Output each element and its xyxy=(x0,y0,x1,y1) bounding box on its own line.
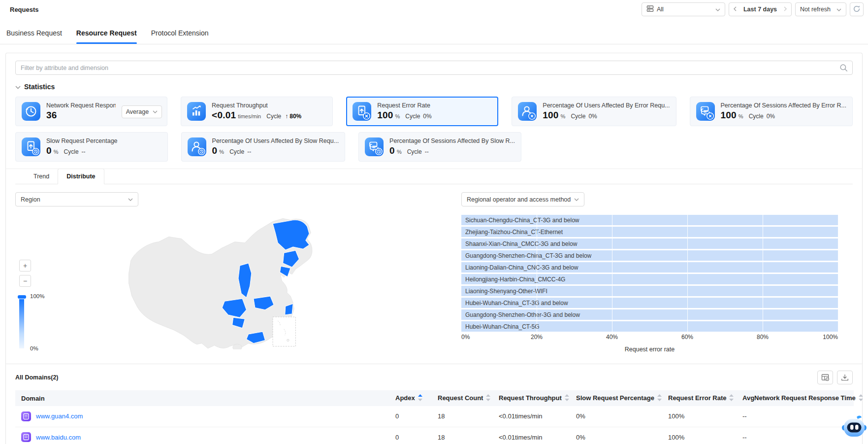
x-axis-label: Request error rate xyxy=(461,346,838,353)
col-request-throughput[interactable]: Request Throughput xyxy=(493,390,570,406)
stat-card-sessions-affected-by-slow[interactable]: Percentage Of Sessions Affected By Slow … xyxy=(358,132,521,162)
page-title: Requests xyxy=(10,6,39,13)
slow-request-icon xyxy=(22,137,40,156)
china-map-svg[interactable] xyxy=(120,212,339,349)
stat-card-value: 100 xyxy=(377,110,393,121)
domain-icon xyxy=(21,411,31,421)
col-request-count[interactable]: Request Count xyxy=(432,390,493,406)
stat-card-users-affected-by-error[interactable]: Percentage Of Users Affected By Error Re… xyxy=(512,97,676,126)
cycle-label: Cycle xyxy=(571,113,585,120)
trend-up-icon: ↑ xyxy=(285,113,288,120)
bar-row[interactable]: Hubei-Wuhan-China_CT-5G xyxy=(461,321,838,332)
refresh-button[interactable] xyxy=(850,2,864,16)
stat-cards-row-1: Network Request Response ... 36 Average … xyxy=(15,97,853,126)
download-icon xyxy=(841,374,849,381)
table-settings-button[interactable] xyxy=(817,371,833,384)
domains-title: All Domains(2) xyxy=(15,374,59,381)
cell-request-error-rate: 100% xyxy=(662,406,737,427)
sort-icon[interactable] xyxy=(565,394,569,403)
time-range-picker[interactable]: Last 7 days xyxy=(729,2,792,16)
chevron-down-icon xyxy=(574,198,579,201)
export-button[interactable] xyxy=(837,371,853,384)
bar-row[interactable]: Liaoning-Shenyang-Other-WIFI xyxy=(461,286,838,296)
map-zoom-in-button[interactable]: + xyxy=(19,260,31,272)
map-zoom-out-button[interactable]: − xyxy=(19,275,31,287)
stat-card-request-error-rate[interactable]: Request Error Rate 100 % Cycle 0% xyxy=(346,97,498,126)
search-icon[interactable] xyxy=(839,64,848,74)
aggregation-select[interactable]: Average xyxy=(122,105,162,118)
x-tick: 40% xyxy=(606,334,618,341)
throughput-chart-icon xyxy=(187,102,206,121)
cycle-value: 0% xyxy=(767,113,775,120)
cell-request-count: 18 xyxy=(432,427,493,444)
bar-row[interactable]: Shaanxi-Xian-China_CMCC-3G and below xyxy=(461,239,838,249)
bar-row[interactable]: Hubei-Wuhan-China_CT-3G and below xyxy=(461,298,838,308)
tab-distribute[interactable]: Distribute xyxy=(58,169,104,184)
bar-row[interactable]: Liaoning-Dalian-China_CNC-3G and below xyxy=(461,262,838,273)
stat-card-unit: times/min xyxy=(238,113,261,119)
stat-card-sessions-affected-by-error[interactable]: Percentage Of Sessions Affected By Error… xyxy=(690,97,853,126)
refresh-mode-select[interactable]: Not refresh xyxy=(795,2,846,16)
cycle-value: 0% xyxy=(423,113,431,120)
col-request-error-rate[interactable]: Request Error Rate xyxy=(662,390,737,406)
col-domain[interactable]: Domain xyxy=(15,390,389,406)
assistant-robot-button[interactable] xyxy=(841,414,867,438)
bar-row[interactable]: Heilongjiang-Harbin-China_CMCC-4G xyxy=(461,274,838,284)
stat-card-value: 100 xyxy=(721,110,737,121)
statistics-section-header[interactable]: Statistics xyxy=(15,82,853,91)
bar-row[interactable]: Guangdong-Shenzhen-Other-3G and below xyxy=(461,309,838,320)
stat-card-title: Request Throughput xyxy=(212,102,326,109)
cell-request-throughput: <0.01times/min xyxy=(493,427,570,444)
domain-link[interactable]: www.baidu.com xyxy=(36,434,81,441)
stat-card-request-throughput[interactable]: Request Throughput <0.01 times/min Cycle… xyxy=(181,97,333,126)
stat-card-unit: % xyxy=(397,149,402,155)
bar-row[interactable]: Sichuan-Chengdu-China_CT-3G and below xyxy=(461,215,838,225)
map-legend-cap xyxy=(18,295,26,299)
filter-input[interactable] xyxy=(15,61,853,75)
bar-row[interactable]: Guangdong-Shenzhen-China_CT-3G and below xyxy=(461,250,838,261)
table-settings-icon xyxy=(821,374,830,381)
metric-select[interactable]: Regional operator and access method xyxy=(461,192,584,206)
cell-apdex: 0 xyxy=(389,427,432,444)
sort-icon[interactable] xyxy=(657,394,662,403)
x-tick: 20% xyxy=(531,334,543,341)
stat-card-users-affected-by-slow[interactable]: Percentage Of Users Affected By Slow Req… xyxy=(181,132,346,162)
stat-card-title: Percentage Of Users Affected By Error Re… xyxy=(543,102,670,109)
domains-table: Domain Apdex Request Count Request Throu… xyxy=(15,390,854,444)
cycle-value: -- xyxy=(82,148,86,155)
stat-card-network-response-time[interactable]: Network Request Response ... 36 Average xyxy=(15,97,167,126)
metric-value: Regional operator and access method xyxy=(467,196,571,203)
cell-request-error-rate: 100% xyxy=(662,427,737,444)
stat-card-slow-request-percentage[interactable]: Slow Request Percentage 0 % Cycle -- xyxy=(15,132,168,162)
tab-trend[interactable]: Trend xyxy=(25,169,58,184)
chevron-down-icon xyxy=(153,110,158,113)
scope-select[interactable]: All xyxy=(642,2,725,16)
cell-apdex: 0 xyxy=(389,406,432,427)
dimension-select[interactable]: Region xyxy=(15,192,138,206)
gridline xyxy=(687,215,688,332)
col-slow-request-percentage[interactable]: Slow Request Percentage xyxy=(570,390,662,406)
tab-resource-request[interactable]: Resource Request xyxy=(76,22,137,44)
domain-link[interactable]: www.guan4.com xyxy=(36,412,83,420)
tab-protocol-extension[interactable]: Protocol Extension xyxy=(151,22,209,44)
sort-icon[interactable] xyxy=(486,394,490,403)
chevron-right-icon[interactable] xyxy=(784,6,787,13)
sort-icon[interactable] xyxy=(859,394,863,403)
tab-business-request[interactable]: Business Request xyxy=(6,22,62,44)
bar-row[interactable]: Zhejiang-Taizhou-China_CT-Ethernet xyxy=(461,227,838,237)
table-header-row: Domain Apdex Request Count Request Throu… xyxy=(15,390,854,406)
stat-card-unit: % xyxy=(54,149,59,155)
sort-icon[interactable] xyxy=(729,394,734,403)
stat-card-unit: % xyxy=(219,149,224,155)
time-range-value: Last 7 days xyxy=(743,6,777,13)
stat-card-title: Percentage Of Sessions Affected By Error… xyxy=(721,102,846,109)
china-map[interactable]: + − 100% 0% xyxy=(15,212,461,346)
chevron-left-icon[interactable] xyxy=(734,6,737,13)
stat-card-value: 0 xyxy=(389,145,395,156)
col-avg-network-response-time[interactable]: AvgNetwork Request Response Time xyxy=(737,390,854,406)
collapse-chevron-icon[interactable] xyxy=(15,82,21,91)
gridline xyxy=(763,215,763,332)
map-inset-south-china-sea xyxy=(273,317,295,346)
col-apdex[interactable]: Apdex xyxy=(389,390,432,406)
sort-icon[interactable] xyxy=(418,394,422,403)
